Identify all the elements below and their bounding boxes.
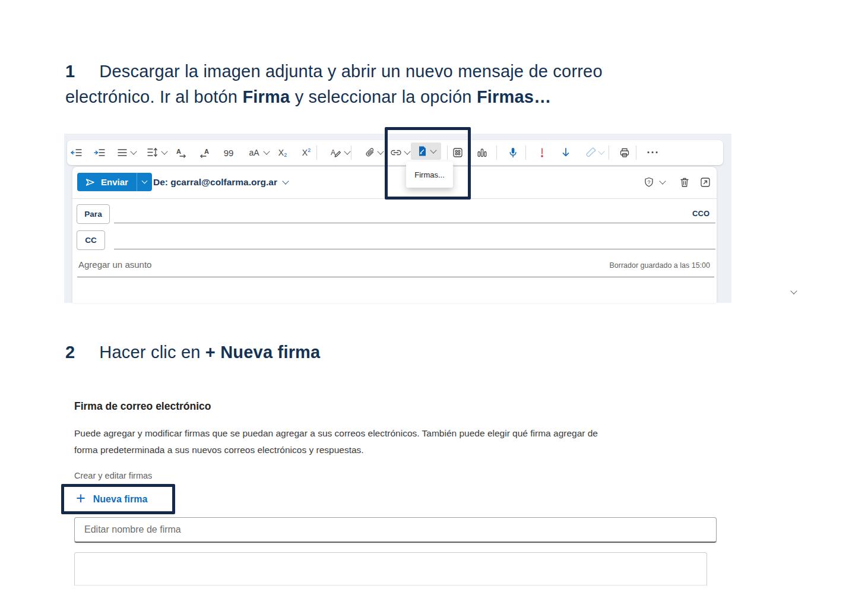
signature-name-input[interactable]	[74, 517, 717, 543]
increase-indent-icon[interactable]	[92, 140, 107, 165]
from-chevron-icon	[282, 178, 289, 184]
svg-text:?: ?	[648, 179, 651, 185]
left-to-right-icon[interactable]: A	[173, 140, 189, 165]
step-1-text: 1Descargar la imagen adjunta y abrir un …	[65, 59, 742, 110]
low-importance-icon[interactable]	[558, 140, 574, 165]
sensitivity-shield-icon[interactable]: ?	[641, 167, 657, 197]
attach-file-icon[interactable]	[362, 140, 378, 165]
toolbar-divider	[351, 145, 351, 160]
step-2-text: 2Hacer clic en + Nueva firma	[65, 340, 600, 365]
to-field-underline[interactable]	[114, 223, 715, 223]
subject-input[interactable]	[77, 259, 495, 270]
send-button[interactable]: Enviar	[77, 177, 137, 188]
align-icon[interactable]	[115, 140, 130, 165]
open-in-new-window-icon[interactable]	[698, 167, 713, 197]
signature-settings-description: Puede agregar y modificar firmas que se …	[74, 425, 709, 458]
draw-ink-chevron-icon[interactable]	[343, 140, 351, 165]
cc-button[interactable]: CC	[77, 230, 105, 250]
blockquote-icon[interactable]: 99	[221, 140, 236, 165]
line-spacing-chevron-icon[interactable]	[160, 140, 169, 165]
subject-underline	[77, 277, 714, 277]
more-options-icon[interactable]: ···	[643, 140, 663, 165]
toolbar-divider	[496, 145, 497, 160]
signature-editor-area[interactable]	[74, 552, 707, 585]
signature-settings-heading: Firma de correo electrónico	[74, 400, 211, 413]
send-options-chevron-icon[interactable]	[137, 181, 152, 183]
create-edit-signatures-label: Crear y editar firmas	[74, 471, 152, 480]
decrease-indent-icon[interactable]	[69, 140, 84, 165]
send-icon	[84, 177, 96, 188]
right-to-left-icon[interactable]: A	[197, 140, 213, 165]
svg-text:A: A	[204, 148, 209, 155]
dictate-microphone-icon[interactable]	[505, 140, 521, 165]
toolbar-divider	[636, 145, 636, 160]
attach-file-chevron-icon[interactable]	[376, 140, 385, 165]
bcc-toggle[interactable]: CCO	[692, 209, 709, 218]
line-spacing-icon[interactable]	[144, 140, 160, 165]
to-button[interactable]: Para	[77, 204, 110, 224]
cc-field-underline[interactable]	[114, 249, 715, 249]
step-2-highlight-box	[61, 484, 175, 514]
draw-ink-icon[interactable]: A	[328, 140, 344, 165]
send-button-group: Enviar	[77, 173, 152, 191]
discard-trash-icon[interactable]	[677, 167, 692, 197]
print-icon[interactable]	[617, 140, 632, 165]
sensitivity-chevron-icon[interactable]	[658, 167, 667, 197]
align-chevron-icon[interactable]	[129, 140, 138, 165]
format-painter-chevron-icon[interactable]	[597, 140, 606, 165]
svg-text:A: A	[176, 148, 181, 155]
format-painter-icon[interactable]	[582, 140, 599, 165]
high-importance-icon[interactable]	[534, 140, 550, 165]
step-1-highlight-box	[385, 127, 471, 200]
change-case-icon[interactable]: aA	[245, 140, 263, 165]
svg-text:A: A	[331, 148, 335, 157]
step-1-number: 1	[65, 62, 75, 81]
draft-status: Borrador guardado a las 15:00	[609, 261, 710, 270]
toolbar-divider	[525, 145, 526, 160]
from-selector[interactable]: De: gcarral@colfarma.org.ar	[153, 167, 288, 197]
insert-poll-icon[interactable]	[474, 140, 490, 165]
subscript-icon[interactable]: X2	[275, 140, 290, 165]
change-case-chevron-icon[interactable]	[262, 140, 271, 165]
step-2-number: 2	[65, 343, 75, 362]
toolbar-divider	[609, 145, 609, 160]
superscript-icon[interactable]: X2	[299, 140, 314, 165]
ribbon-collapse-chevron-icon[interactable]	[788, 287, 799, 297]
toolbar-divider	[316, 145, 317, 160]
